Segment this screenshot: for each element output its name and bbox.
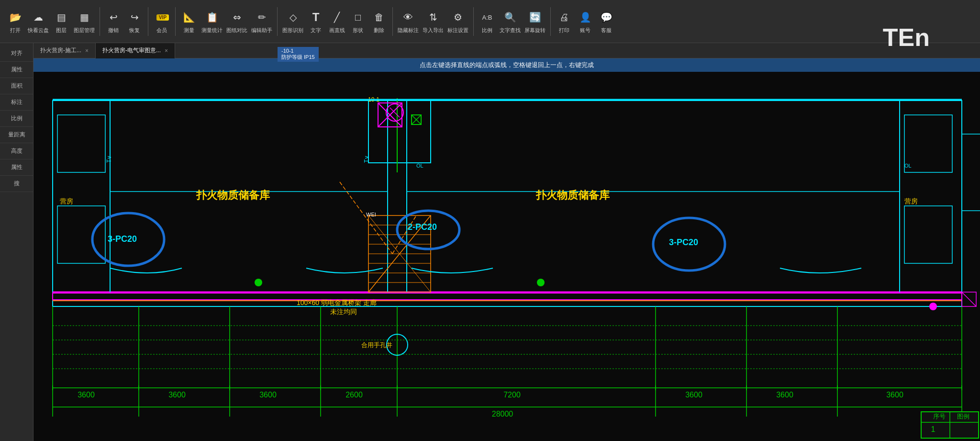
toolbar-redo[interactable]: ↪ 恢复 bbox=[126, 9, 143, 34]
sep7 bbox=[550, 7, 551, 36]
text-find-label: 文字查找 bbox=[500, 27, 521, 34]
diagram-label: 图层管理 bbox=[74, 27, 95, 34]
toolbar-open[interactable]: 📂 打开 bbox=[7, 9, 24, 34]
line-icon: ╱ bbox=[328, 9, 345, 26]
toolbar-line[interactable]: ╱ 画直线 bbox=[328, 9, 345, 34]
tab-close-2[interactable]: × bbox=[165, 47, 168, 54]
tab-close-1[interactable]: × bbox=[85, 47, 89, 54]
svg-text:扑火物质储备库: 扑火物质储备库 bbox=[196, 189, 270, 201]
svg-text:3600: 3600 bbox=[259, 391, 277, 399]
sep3 bbox=[175, 7, 176, 36]
hide-mark-icon: 👁 bbox=[400, 9, 417, 26]
svg-text:营房: 营房 bbox=[60, 197, 73, 205]
svg-text:营房: 营房 bbox=[904, 197, 918, 205]
cad-canvas[interactable]: T∨ T∨ WEI 扑火物质储备库 bbox=[33, 72, 980, 441]
measure-stat-icon: 📋 bbox=[203, 9, 221, 26]
toolbar-undo[interactable]: ↩ 撤销 bbox=[105, 9, 122, 34]
sep6 bbox=[473, 7, 474, 36]
open-icon: 📂 bbox=[7, 9, 24, 26]
toolbar-mark-settings[interactable]: ⚙ 标注设置 bbox=[447, 9, 468, 34]
toolbar-text[interactable]: T 文字 bbox=[307, 9, 324, 34]
shape-recog-label: 图形识别 bbox=[282, 27, 303, 34]
toolbar-shape[interactable]: □ 形状 bbox=[349, 9, 367, 34]
toolbar-cloud[interactable]: ☁ 快看云盘 bbox=[28, 9, 49, 34]
toolbar-measure-stat[interactable]: 📋 测量统计 bbox=[201, 9, 223, 34]
tab-item-1[interactable]: 扑火营房-施工... × bbox=[33, 43, 96, 58]
compare-icon: ⇔ bbox=[228, 9, 245, 26]
sidebar-item-search[interactable]: 搜 bbox=[0, 176, 33, 192]
import-export-icon: ⇅ bbox=[424, 9, 442, 26]
layer-label: 图层 bbox=[56, 27, 67, 34]
toolbar: 📂 打开 ☁ 快看云盘 ▤ 图层 ▦ 图层管理 ↩ 撤销 ↪ 恢复 VIP 会员… bbox=[0, 0, 980, 43]
svg-text:WEI: WEI bbox=[366, 212, 376, 217]
toolbar-account[interactable]: 👤 账号 bbox=[577, 9, 594, 34]
sidebar-item-scale[interactable]: 比例 bbox=[0, 111, 33, 127]
toolbar-measure[interactable]: 📐 测量 bbox=[180, 9, 198, 34]
sidebar-item-align[interactable]: 对齐 bbox=[0, 45, 33, 62]
diagram-icon: ▦ bbox=[76, 9, 93, 26]
sidebar-item-height[interactable]: 高度 bbox=[0, 143, 33, 159]
svg-text:3600: 3600 bbox=[776, 391, 793, 399]
toolbar-vip[interactable]: VIP 会员 bbox=[153, 9, 170, 34]
toolbar-editor[interactable]: ✏ 编辑助手 bbox=[251, 9, 272, 34]
cloud-label: 快看云盘 bbox=[28, 27, 49, 34]
cloud-icon: ☁ bbox=[30, 9, 47, 26]
sidebar: 对齐 属性 面积 标注 比例 量距离 高度 属性 搜 bbox=[0, 43, 33, 441]
floorplan-svg: T∨ T∨ WEI 扑火物质储备库 bbox=[33, 72, 980, 441]
text-find-icon: 🔍 bbox=[501, 9, 519, 26]
measure-icon: 📐 bbox=[180, 9, 198, 26]
text-label: 文字 bbox=[311, 27, 321, 34]
hint-text: 点击左键选择直线的端点或弧线，空格键退回上一点，右键完成 bbox=[420, 61, 594, 69]
tab-label-1: 扑火营房-施工... bbox=[40, 46, 81, 55]
infobox-line1: -10-1 bbox=[281, 48, 315, 54]
account-icon: 👤 bbox=[577, 9, 594, 26]
customer-label: 客服 bbox=[601, 27, 612, 34]
sep4 bbox=[277, 7, 278, 36]
measure-label: 测量 bbox=[184, 27, 194, 34]
toolbar-import-export[interactable]: ⇅ 导入导出 bbox=[423, 9, 444, 34]
svg-text:3600: 3600 bbox=[168, 391, 186, 399]
sidebar-item-area[interactable]: 面积 bbox=[0, 78, 33, 94]
text-icon: T bbox=[307, 9, 324, 26]
toolbar-layer[interactable]: ▤ 图层 bbox=[53, 9, 70, 34]
sep1 bbox=[100, 7, 100, 36]
toolbar-shape-recog[interactable]: ◇ 图形识别 bbox=[282, 9, 303, 34]
toolbar-screen-rotate[interactable]: 🔄 屏幕旋转 bbox=[524, 9, 546, 34]
svg-text:7200: 7200 bbox=[503, 391, 521, 399]
toolbar-text-find[interactable]: 🔍 文字查找 bbox=[500, 9, 521, 34]
sidebar-item-mark[interactable]: 标注 bbox=[0, 94, 33, 111]
sidebar-item-property[interactable]: 属性 bbox=[0, 62, 33, 78]
account-label: 账号 bbox=[580, 27, 590, 34]
undo-label: 撤销 bbox=[108, 27, 119, 34]
svg-text:3600: 3600 bbox=[78, 391, 95, 399]
delete-label: 删除 bbox=[374, 27, 384, 34]
sep5 bbox=[392, 7, 393, 36]
toolbar-compare[interactable]: ⇔ 图纸对比 bbox=[226, 9, 247, 34]
sidebar-item-prop2[interactable]: 属性 bbox=[0, 159, 33, 176]
infobox: -10-1 防护等级 IP15 bbox=[278, 47, 319, 62]
toolbar-customer[interactable]: 💬 客服 bbox=[598, 9, 615, 34]
redo-label: 恢复 bbox=[129, 27, 140, 34]
svg-text:1: 1 bbox=[931, 425, 935, 433]
svg-text:序号: 序号 bbox=[933, 413, 946, 420]
svg-text:T∨: T∨ bbox=[363, 155, 370, 163]
tab-item-2[interactable]: 扑火营房-电气审图意... × bbox=[96, 43, 175, 58]
sidebar-item-distance[interactable]: 量距离 bbox=[0, 127, 33, 143]
mark-settings-label: 标注设置 bbox=[447, 27, 468, 34]
measure-stat-label: 测量统计 bbox=[201, 27, 223, 34]
redo-icon: ↪ bbox=[126, 9, 143, 26]
toolbar-delete[interactable]: 🗑 删除 bbox=[370, 9, 388, 34]
toolbar-scale[interactable]: A:B 比例 bbox=[479, 9, 496, 34]
toolbar-hide-mark[interactable]: 👁 隐藏标注 bbox=[398, 9, 419, 34]
print-label: 打印 bbox=[559, 27, 569, 34]
svg-text:100×60  弱电金属桥架  走廊: 100×60 弱电金属桥架 走廊 bbox=[297, 299, 377, 306]
svg-text:3600: 3600 bbox=[886, 391, 903, 399]
svg-text:合用手孔井: 合用手孔井 bbox=[361, 341, 392, 349]
toolbar-diagram[interactable]: ▦ 图层管理 bbox=[74, 9, 95, 34]
toolbar-print[interactable]: 🖨 打印 bbox=[556, 9, 573, 34]
vip-label: 会员 bbox=[156, 27, 167, 34]
hide-mark-label: 隐藏标注 bbox=[398, 27, 419, 34]
screen-rotate-icon: 🔄 bbox=[526, 9, 544, 26]
svg-text:扑火物质储备库: 扑火物质储备库 bbox=[535, 189, 610, 201]
line-label: 画直线 bbox=[329, 27, 345, 34]
